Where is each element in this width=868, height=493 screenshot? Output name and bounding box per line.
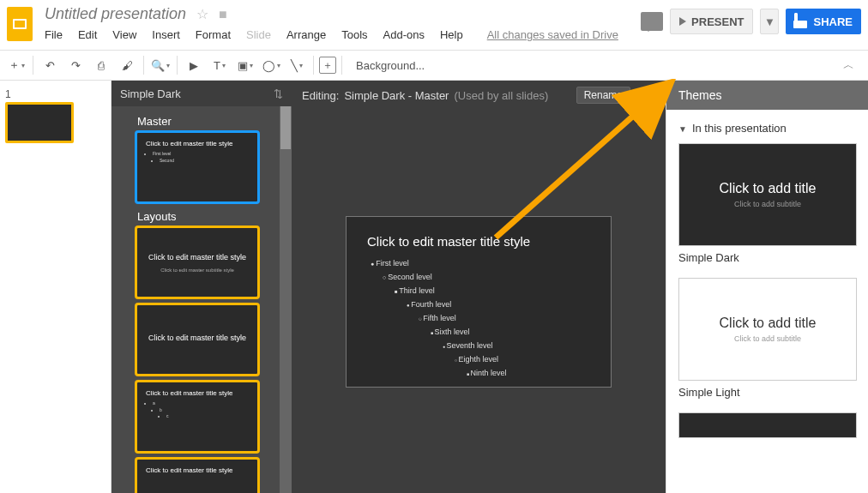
- slides-logo[interactable]: [7, 7, 33, 41]
- canvas-title[interactable]: Click to edit master title style: [367, 234, 590, 249]
- level-9[interactable]: Ninth level: [467, 369, 590, 377]
- menu-edit[interactable]: Edit: [78, 28, 97, 41]
- slide-number: 1: [5, 88, 11, 100]
- menu-format[interactable]: Format: [196, 28, 231, 41]
- theme-name-2: Simple Light: [678, 386, 856, 399]
- master-theme-name: Simple Dark: [120, 87, 181, 100]
- layout-title: Click to edit master title style: [146, 389, 249, 397]
- master-slide-canvas[interactable]: Click to edit master title style First l…: [346, 216, 612, 388]
- level-1[interactable]: First level: [371, 259, 590, 268]
- menu-tools[interactable]: Tools: [341, 28, 367, 41]
- insert-placeholder-button[interactable]: ＋: [319, 57, 336, 74]
- layout-subtitle: Click to edit master subtitle style: [160, 268, 234, 273]
- level-2[interactable]: Second level: [383, 273, 590, 281]
- theme-card-subtitle: Click to add subtitle: [734, 334, 801, 343]
- doc-title[interactable]: Untitled presentation: [45, 5, 186, 23]
- editing-prefix: Editing:: [302, 89, 339, 102]
- line-tool[interactable]: ╲: [286, 54, 308, 76]
- theme-card-simple-dark[interactable]: Click to add title Click to add subtitle: [678, 143, 857, 246]
- share-label: SHARE: [813, 15, 853, 28]
- editing-name: Simple Dark - Master: [344, 89, 449, 102]
- level-3[interactable]: Third level: [395, 286, 590, 295]
- save-status[interactable]: All changes saved in Drive: [487, 28, 618, 41]
- zoom-button[interactable]: 🔍: [149, 54, 172, 76]
- theme-card-title: Click to add title: [720, 316, 817, 331]
- menu-arrange[interactable]: Arrange: [286, 28, 326, 41]
- used-by-label: (Used by all slides): [454, 89, 548, 102]
- level-8[interactable]: Eighth level: [455, 355, 590, 364]
- share-button[interactable]: SHARE: [786, 9, 861, 34]
- toolbar: ＋ ↶ ↷ ⎙ 🖌 🔍 ▶ T ▣ ◯ ╲ ＋ Background... ︿: [0, 50, 868, 81]
- theme-card-title: Click to add title: [720, 181, 817, 196]
- undo-button[interactable]: ↶: [39, 54, 61, 76]
- menu-help[interactable]: Help: [440, 28, 463, 41]
- background-button[interactable]: Background...: [356, 59, 425, 72]
- master-thumb-title: Click to edit master title style: [146, 140, 249, 147]
- master-thumb[interactable]: Click to edit master title style First l…: [137, 133, 257, 201]
- collapse-toolbar-icon[interactable]: ︿: [843, 57, 854, 73]
- layout-thumb-2[interactable]: Click to edit master title style: [137, 305, 257, 374]
- themes-panel-header: Themes: [666, 81, 868, 110]
- play-icon: [679, 17, 686, 26]
- layouts-section-label: Layouts: [137, 210, 280, 223]
- paint-format-button[interactable]: 🖌: [116, 54, 138, 76]
- menu-view[interactable]: View: [112, 28, 136, 41]
- theme-card-subtitle: Click to add subtitle: [734, 200, 801, 208]
- new-slide-button[interactable]: ＋: [5, 54, 27, 76]
- layout-title: Click to edit master title style: [146, 466, 249, 474]
- menu-file[interactable]: File: [45, 28, 63, 41]
- close-master-icon[interactable]: ✕: [644, 87, 655, 104]
- level-6[interactable]: Sixth level: [431, 328, 590, 336]
- themes-section-label: In this presentation: [692, 122, 787, 135]
- theme-card-partial[interactable]: [678, 412, 857, 438]
- level-5[interactable]: Fifth level: [419, 314, 590, 322]
- theme-card-simple-light[interactable]: Click to add title Click to add subtitle: [678, 278, 857, 381]
- textbox-tool[interactable]: T: [208, 54, 231, 76]
- select-tool[interactable]: ▶: [183, 54, 205, 76]
- present-label: PRESENT: [691, 15, 744, 28]
- redo-button[interactable]: ↷: [64, 54, 87, 76]
- lock-icon: [794, 13, 798, 27]
- slide-thumbnail-1[interactable]: [5, 102, 74, 143]
- present-button[interactable]: PRESENT: [670, 9, 753, 34]
- master-scrollbar[interactable]: [280, 106, 292, 493]
- chevron-down-icon[interactable]: ▼: [678, 124, 687, 134]
- folder-icon[interactable]: ■: [219, 7, 227, 22]
- layout-title: Click to edit master title style: [148, 334, 246, 342]
- rename-button[interactable]: Rename: [576, 87, 630, 104]
- image-tool[interactable]: ▣: [234, 54, 256, 76]
- layout-thumb-3[interactable]: Click to edit master title style abc: [137, 382, 257, 451]
- star-icon[interactable]: ☆: [196, 6, 208, 22]
- comments-icon[interactable]: [641, 12, 663, 31]
- sort-icon[interactable]: ⇅: [274, 87, 283, 100]
- layout-title: Click to edit master title style: [148, 253, 246, 262]
- layout-thumb-1[interactable]: Click to edit master title style Click t…: [137, 228, 257, 297]
- menu-addons[interactable]: Add-ons: [383, 28, 425, 41]
- present-dropdown[interactable]: ▼: [760, 9, 779, 34]
- master-section-label: Master: [137, 115, 280, 128]
- theme-name-1: Simple Dark: [678, 251, 856, 264]
- level-4[interactable]: Fourth level: [407, 300, 590, 309]
- layout-thumb-4[interactable]: Click to edit master title style: [137, 460, 257, 493]
- menu-slide: Slide: [246, 28, 271, 41]
- menu-insert[interactable]: Insert: [152, 28, 180, 41]
- level-7[interactable]: Seventh level: [443, 341, 590, 350]
- shape-tool[interactable]: ◯: [260, 54, 282, 76]
- print-button[interactable]: ⎙: [90, 54, 112, 76]
